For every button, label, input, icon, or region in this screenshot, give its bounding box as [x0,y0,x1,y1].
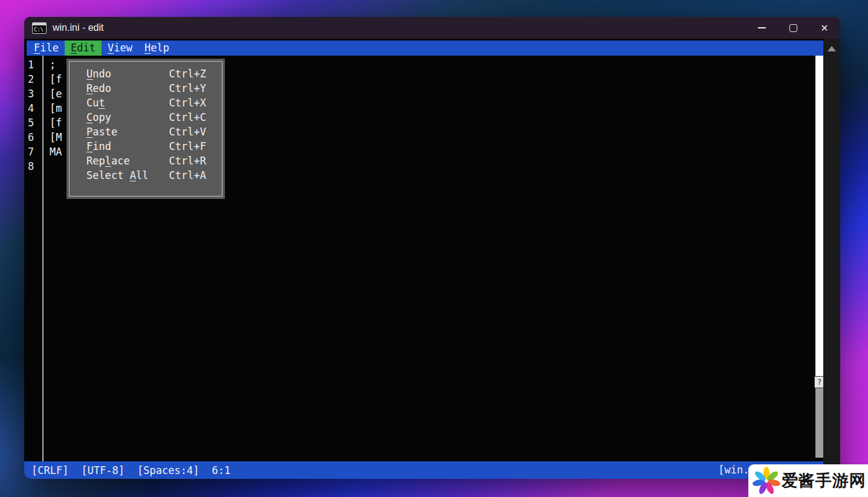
shortcut-label: Ctrl+Z [169,67,206,81]
line-number: 4 [24,101,39,115]
menu-item-find[interactable]: FindCtrl+F [70,139,222,154]
edit-dropdown-border: UndoCtrl+Z RedoCtrl+Y CutCtrl+X CopyCtrl… [69,61,222,197]
line-text: [e [50,88,62,100]
console-icon-prompt: C:\ [34,27,44,33]
line-number: 5 [24,115,39,130]
menu-item-undo[interactable]: UndoCtrl+Z [70,67,222,81]
menu-bar: File Edit View Help [27,41,823,56]
menu-item-copy[interactable]: CopyCtrl+C [70,110,222,125]
status-encoding[interactable]: [UTF-8] [81,464,125,476]
close-button[interactable]: ✕ [809,17,840,39]
line-number: 6 [24,130,39,145]
shortcut-label: Ctrl+F [169,139,206,154]
shortcut-label: Ctrl+X [169,96,206,110]
watermark-text: 爱酱手游网 [782,470,866,492]
console-icon: C:\ [32,22,47,34]
edit-dropdown-menu: UndoCtrl+Z RedoCtrl+Y CutCtrl+X CopyCtrl… [66,59,225,199]
close-icon: ✕ [820,22,828,34]
line-number: 3 [24,86,39,101]
gutter-separator [42,56,44,461]
line-text: MA [50,146,62,158]
menu-item-replace[interactable]: ReplaceCtrl+R [70,154,222,168]
shortcut-label: Ctrl+R [169,154,206,168]
edit-app-window: C:\ win.ini - edit ✕ File Edit View Help… [24,17,840,479]
line-text: [f [50,117,62,129]
maximize-button[interactable] [777,17,809,39]
terminal-scrollbar[interactable] [823,39,840,479]
menu-help[interactable]: Help [138,41,175,56]
line-number: 7 [24,145,39,159]
menu-edit[interactable]: Edit [65,41,102,56]
status-cursor-position[interactable]: 6:1 [212,464,230,476]
watermark: 爱酱手游网 [748,464,868,497]
editor-scrollbar: ? [815,39,823,479]
menu-item-cut[interactable]: CutCtrl+X [70,96,222,110]
menu-item-redo[interactable]: RedoCtrl+Y [70,81,222,96]
window-title: win.ini - edit [53,22,103,33]
scroll-up-icon[interactable] [828,46,836,51]
shortcut-label: Ctrl+V [169,125,206,139]
line-text: [f [50,73,62,85]
menu-file[interactable]: File [28,41,65,56]
desktop: { "window": { "title": "win.ini - edit",… [0,0,868,497]
status-line-ending[interactable]: [CRLF] [31,464,68,476]
titlebar[interactable]: C:\ win.ini - edit ✕ [24,17,840,39]
menu-view[interactable]: View [102,41,138,56]
line-number: 1 [24,57,39,72]
console-icon-titlestrip [33,23,46,25]
minimize-button[interactable] [746,17,777,39]
line-number: 2 [24,72,39,86]
status-indentation[interactable]: [Spaces:4] [137,464,199,476]
editor-scrollbar-thumb[interactable] [815,56,823,376]
status-bar: [CRLF] [UTF-8] [Spaces:4] 6:1 [win.ini ] [24,461,823,479]
maximize-icon [789,24,797,32]
edit-dropdown-items: UndoCtrl+Z RedoCtrl+Y CutCtrl+X CopyCtrl… [70,67,222,183]
watermark-logo [753,467,780,494]
line-number: 8 [24,159,39,174]
terminal-area: File Edit View Help 1; 2[f 3[e 4[m 5[f 6… [24,39,840,479]
menu-item-paste[interactable]: PasteCtrl+V [70,125,222,139]
shortcut-label: Ctrl+A [169,168,206,183]
shortcut-label: Ctrl+C [169,110,206,125]
line-text: [m [50,102,62,114]
line-text: [M [50,131,62,143]
minimize-icon [758,27,766,28]
window-controls: ✕ [746,17,840,39]
shortcut-label: Ctrl+Y [169,81,206,96]
menu-item-select-all[interactable]: Select AllCtrl+A [70,168,222,183]
editor-scrollbar-track[interactable] [815,388,823,458]
line-text: ; [50,59,56,71]
